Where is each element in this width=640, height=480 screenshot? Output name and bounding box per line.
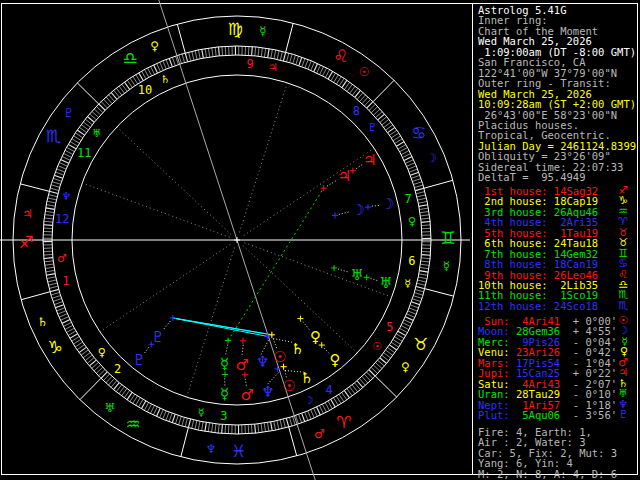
wheel-center-mark [234, 237, 240, 243]
house-number-9: 9 [246, 57, 253, 71]
sidebar-divider [472, 3, 473, 474]
transit-moon-glyph: ☽ [381, 195, 394, 213]
sign-ruler-glyph-libra: ♀ [150, 39, 159, 53]
house-ruler-glyph-10: ♄ [160, 73, 170, 86]
sign-glyph-libra: ♎ [122, 48, 137, 68]
sign-glyph-scorpio: ♏ [46, 126, 61, 146]
transit-uranus-mark [364, 274, 370, 280]
house-ruler-glyph-11: ♅ [92, 127, 102, 140]
house-number-1: 1 [62, 274, 69, 288]
house-cusp-line-9 [239, 83, 287, 233]
sign-ruler-glyph-taurus: ♀ [401, 360, 410, 374]
sign-divider [177, 24, 185, 53]
sign-divider [80, 378, 101, 399]
sign-divider [181, 428, 189, 457]
house-ruler-glyph-8: ♇ [367, 121, 377, 134]
transit-venus-glyph: ♀ [329, 351, 340, 369]
sign-divider [289, 427, 297, 456]
natal-jupiter-glyph: ♃ [338, 167, 351, 185]
sign-divider [375, 376, 396, 397]
sign-glyph-sagittarius: ♐ [18, 232, 33, 252]
house-number-3: 3 [220, 409, 227, 423]
sign-glyph-capricorn: ♑ [48, 337, 63, 357]
natal-venus-glyph: ♀ [310, 328, 321, 346]
house-ruler-glyph-6: ☿ [404, 277, 411, 290]
natal-venus-mark [297, 316, 303, 322]
sign-glyph-gemini: ♊ [440, 228, 455, 248]
house-cusp-list: 1st house: 14Sag32♐ 2nd house: 18Cap19♑ … [478, 186, 636, 311]
natal-pluto-mark [170, 315, 176, 321]
house-cusp-line-11 [117, 127, 231, 234]
natal-mercury-mark [225, 338, 231, 344]
house-cusp-text: 12th house: 24Sco18 [478, 300, 598, 312]
house-number-8: 8 [353, 104, 360, 118]
planet-position-list: Sun: 4Ari41 + 0°00'☉Moon: 28Gem36 + 4°55… [478, 316, 636, 420]
sign-divider [286, 23, 294, 52]
sign-ruler-glyph-sagittarius: ♃ [22, 207, 33, 221]
transit-sun-glyph: ☉ [283, 377, 296, 395]
sign-divider [373, 80, 394, 101]
house-number-2: 2 [114, 362, 121, 376]
sign-ruler-glyph-virgo: ☿ [259, 24, 266, 38]
natal-moon-glyph: ☽ [352, 201, 365, 219]
chart-wheel: ♈♂♉♀♊☿♋☽♌☉♍☿♎♀♏♇♐♃♑♄♒♅♓♆1♂2♀3☿4☽5☉6☿7♀8♇… [0, 0, 472, 480]
natal-moon-mark [332, 212, 338, 218]
house-ruler-glyph-12: ♆ [61, 190, 71, 203]
natal-mercury-glyph: ☿ [220, 355, 229, 373]
planet-row-plut: Plut: 5Aqu06 - 3°56'♇ [478, 410, 636, 420]
sign-glyph-taurus: ♉ [413, 334, 428, 354]
sidebar: Astrolog 5.41GInner ring:Chart of the Mo… [478, 0, 636, 480]
natal-saturn-glyph: ♄ [291, 340, 304, 358]
natal-pluto-glyph: ♇ [151, 328, 164, 346]
planet-latitude: - 3°56' [560, 409, 617, 421]
house-cusp-line-8 [244, 148, 374, 235]
planet-icon: ♇ [618, 409, 628, 420]
natal-sun-glyph: ☉ [273, 348, 286, 366]
summary-line-5: M: 2, N: 8, A: 4, D: 6 [478, 469, 636, 479]
house-number-4: 4 [325, 383, 332, 397]
sign-ruler-glyph-scorpio: ♇ [63, 106, 74, 120]
natal-jupiter-mark [321, 185, 327, 191]
house-cusp-line-5 [243, 245, 357, 352]
aspect-line-pluto-neptune [173, 318, 267, 336]
transit-neptune-glyph: ♆ [261, 383, 274, 401]
sign-divider [20, 184, 49, 192]
sign-glyph-pisces: ♓ [231, 441, 246, 461]
sign-glyph-leo: ♌ [333, 46, 348, 66]
house-ruler-glyph-7: ♀ [408, 215, 416, 228]
sign-glyph-virgo: ♍ [228, 19, 243, 39]
natal-saturn-mark [269, 332, 275, 338]
sign-ruler-glyph-aquarius: ♅ [105, 401, 116, 415]
house-ruler-glyph-9: ♃ [268, 61, 278, 74]
house-cusp-line-12 [82, 183, 229, 237]
house-number-6: 6 [408, 254, 415, 268]
house-cusp-line-2 [100, 244, 230, 331]
natal-mars-mark [240, 338, 246, 344]
info-line-10: 10:09:28am (ST +2:00 GMT) [478, 99, 636, 109]
house-number-5: 5 [386, 320, 393, 334]
house-ruler-glyph-1: ♂ [57, 252, 67, 265]
transit-mercury-glyph: ☿ [220, 385, 229, 403]
sign-ruler-glyph-capricorn: ♄ [37, 315, 48, 329]
planet-position: 5Aqu06 [510, 409, 561, 421]
aspect-line-mercury-jupiter [228, 188, 324, 340]
house-row-12: 12th house: 24Sco18♏ [478, 301, 636, 311]
sign-ruler-glyph-gemini: ☿ [443, 259, 450, 273]
sign-divider [21, 292, 50, 300]
transit-saturn-glyph: ♄ [300, 369, 313, 387]
transit-mars-glyph: ♂ [240, 386, 253, 404]
sign-ruler-glyph-cancer: ☽ [426, 151, 437, 165]
zodiac-sign-icon: ♏ [618, 300, 628, 311]
sign-glyph-aquarius: ♒ [125, 414, 140, 434]
house-number-11: 11 [77, 146, 91, 160]
element-summary: Fire: 4, Earth: 1,Air : 2, Water: 3Car: … [478, 427, 636, 479]
sign-ruler-glyph-leo: ☉ [359, 65, 370, 79]
house-number-10: 10 [138, 83, 152, 97]
transit-moon-mark [365, 204, 371, 210]
planet-name: Plut: [478, 409, 510, 421]
house-number-7: 7 [405, 192, 412, 206]
natal-uranus-mark [331, 265, 337, 271]
natal-mars-glyph: ♂ [235, 356, 248, 374]
natal-uranus-glyph: ♅ [350, 266, 363, 284]
house-ruler-glyph-4: ☽ [304, 394, 314, 407]
